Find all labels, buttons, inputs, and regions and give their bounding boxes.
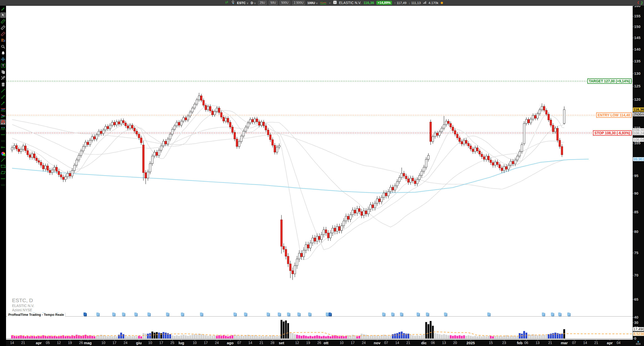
date-label: 04 xyxy=(617,341,621,345)
news-doc-icon[interactable] xyxy=(112,313,115,316)
axis-tick xyxy=(633,299,634,300)
news-doc-icon[interactable] xyxy=(166,313,169,316)
news-doc-icon[interactable] xyxy=(278,313,280,316)
date-label: 05 xyxy=(46,341,50,345)
news-doc-icon[interactable] xyxy=(181,313,184,316)
color-wheel-icon[interactable] xyxy=(0,151,6,156)
trend-line-icon[interactable] xyxy=(0,88,6,93)
line2-icon[interactable] xyxy=(0,176,6,182)
date-label: 17 xyxy=(351,341,355,345)
horizontal-line-icon[interactable] xyxy=(0,132,6,137)
scroll-to-latest-icon[interactable] xyxy=(635,340,641,346)
entry-level-label[interactable]: ENTRY LOW 114,40 xyxy=(596,113,632,118)
zoom-icon[interactable] xyxy=(0,44,6,49)
stop-level-label[interactable]: STOP 108,30 (-6,93%) xyxy=(593,130,632,136)
news-doc-icon[interactable] xyxy=(297,313,300,316)
news-doc-icon[interactable] xyxy=(487,313,490,316)
ruler-red-icon[interactable] xyxy=(0,31,6,37)
oblique-line-icon[interactable] xyxy=(0,157,6,163)
news-doc-icon[interactable] xyxy=(551,313,554,316)
svg-text:T: T xyxy=(2,64,4,67)
fractal-icon[interactable] xyxy=(0,126,6,131)
info-icon[interactable]: i xyxy=(333,1,337,5)
cursor-icon[interactable] xyxy=(0,12,6,18)
link-chart-icon[interactable] xyxy=(231,1,235,5)
news-doc-icon[interactable] xyxy=(558,313,561,316)
date-label: ago xyxy=(227,341,234,345)
news-doc-icon[interactable] xyxy=(122,313,125,316)
axis-tick xyxy=(633,212,634,212)
last-price: 116,36 xyxy=(364,1,374,5)
date-label: 10 xyxy=(148,341,152,345)
price-axis[interactable]: 1601551501451401351301251201151101051009… xyxy=(633,6,644,340)
channel-icon[interactable] xyxy=(0,107,6,112)
pan-move-icon[interactable] xyxy=(0,56,6,62)
news-doc-icon[interactable] xyxy=(233,313,236,316)
units-50-button[interactable]: 50U xyxy=(269,1,277,5)
ruler-green-icon[interactable] xyxy=(0,19,6,24)
duplicate-icon[interactable] xyxy=(0,69,6,75)
axis-tick-label: 75 xyxy=(634,251,638,255)
news-doc-icon[interactable] xyxy=(542,313,545,316)
ruler-light-icon[interactable] xyxy=(0,25,6,30)
date-label: 20 xyxy=(453,341,457,345)
indicator-config-icon[interactable]: F xyxy=(0,38,6,43)
news-doc-icon[interactable] xyxy=(96,313,99,316)
parallelogram-tool-icon[interactable] xyxy=(0,170,6,175)
timeframe-dropdown[interactable]: D ∨ xyxy=(251,1,256,5)
chart-canvas[interactable] xyxy=(0,0,644,346)
horizontal-ray-icon[interactable] xyxy=(0,145,6,150)
style-dropdown-icon[interactable]: ∨ xyxy=(329,2,331,4)
chart-style-icon[interactable] xyxy=(320,1,327,5)
target-level-label[interactable]: TARGET 127,00 (+9,14%) xyxy=(587,79,632,84)
units-500-button[interactable]: 500U xyxy=(280,1,290,5)
news-doc-icon[interactable] xyxy=(134,313,137,316)
news-doc-icon[interactable] xyxy=(417,313,419,316)
news-doc-icon[interactable] xyxy=(382,313,385,316)
axis-tick xyxy=(633,176,634,176)
units-selected-dropdown[interactable]: 100U ∨ xyxy=(307,1,318,5)
chart-header-controls: ESTC ∨ D ∨ 25U 50U 500U 2.500U 100U ∨ ∨ … xyxy=(225,0,443,6)
news-doc-icon[interactable] xyxy=(329,313,331,316)
news-doc-icon[interactable] xyxy=(567,313,570,316)
date-label: 12 xyxy=(57,341,61,345)
date-label: 23 xyxy=(502,341,506,345)
news-doc-icon[interactable] xyxy=(287,313,290,316)
news-doc-icon[interactable] xyxy=(244,313,247,316)
news-doc-icon[interactable] xyxy=(391,313,394,316)
news-doc-icon[interactable] xyxy=(147,313,150,316)
date-label: 19 xyxy=(68,341,72,345)
date-label: apr xyxy=(36,341,42,345)
triangle-pattern-icon[interactable] xyxy=(0,113,6,119)
svg-text:i: i xyxy=(335,1,335,4)
segment-icon[interactable] xyxy=(0,94,6,100)
news-doc-icon[interactable] xyxy=(444,313,447,316)
trash-icon[interactable] xyxy=(0,82,6,87)
magnet-icon[interactable] xyxy=(0,119,6,125)
news-doc-icon[interactable] xyxy=(426,313,429,316)
date-label: 10 xyxy=(101,341,105,345)
news-doc-icon[interactable] xyxy=(84,313,86,316)
news-doc-icon[interactable] xyxy=(326,313,329,316)
refresh-icon[interactable] xyxy=(637,1,642,6)
news-doc-icon[interactable] xyxy=(267,313,269,316)
date-label: 07 xyxy=(237,341,241,345)
units-2500-button[interactable]: 2.500U xyxy=(292,1,305,5)
units-25-button[interactable]: 25U xyxy=(258,1,267,5)
arrow-line-icon[interactable] xyxy=(0,100,6,106)
svg-text:F: F xyxy=(4,40,5,42)
symbol-dropdown[interactable]: ESTC ∨ xyxy=(237,1,249,5)
price-badge: 116,36 xyxy=(633,108,644,112)
ellipsis2-icon[interactable] xyxy=(0,182,6,188)
price-badge: 8,5236 xyxy=(633,332,644,336)
ellipsis-icon[interactable] xyxy=(0,138,6,144)
alert-bell-icon[interactable] xyxy=(0,50,6,56)
tools-icon[interactable] xyxy=(0,75,6,81)
text-tool-icon[interactable]: T xyxy=(0,63,6,68)
news-doc-icon[interactable] xyxy=(200,313,203,316)
news-doc-icon[interactable] xyxy=(308,313,311,316)
news-doc-icon[interactable] xyxy=(400,313,403,316)
draw-pencil-icon[interactable] xyxy=(0,6,6,12)
date-axis[interactable]: 1421apr05121926mag101724giu101725lug1017… xyxy=(6,340,644,346)
rectangle-tool-icon[interactable] xyxy=(0,163,6,169)
